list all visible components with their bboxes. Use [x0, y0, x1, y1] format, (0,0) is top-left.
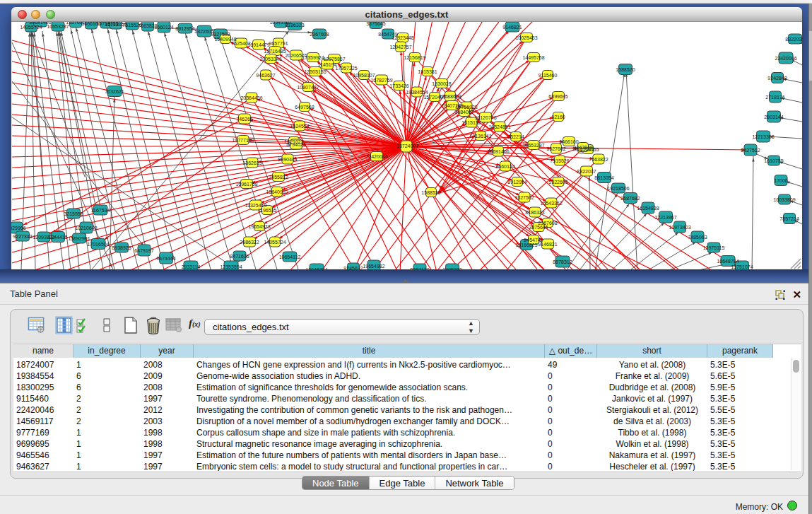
svg-text:12975115: 12975115 — [703, 245, 725, 250]
svg-text:8912954: 8912954 — [507, 180, 526, 185]
svg-text:17016504: 17016504 — [87, 242, 109, 247]
svg-text:14055724: 14055724 — [20, 25, 42, 30]
svg-text:1244415: 1244415 — [48, 235, 67, 240]
svg-text:5322605: 5322605 — [548, 180, 567, 185]
svg-text:6899695: 6899695 — [548, 94, 567, 99]
svg-text:13120746: 13120746 — [474, 115, 496, 120]
svg-text:16961758: 16961758 — [235, 182, 257, 187]
svg-text:7955812: 7955812 — [269, 175, 288, 180]
svg-text:16648784: 16648784 — [717, 259, 739, 264]
svg-text:20691406: 20691406 — [487, 149, 509, 154]
svg-text:8990444: 8990444 — [278, 157, 297, 162]
svg-text:3215958: 3215958 — [64, 211, 83, 216]
svg-text:23420046: 23420046 — [775, 56, 796, 61]
svg-text:10025433: 10025433 — [515, 35, 537, 40]
svg-text:12213303: 12213303 — [752, 134, 774, 139]
svg-text:1527602: 1527602 — [546, 146, 565, 151]
svg-text:9146821: 9146821 — [538, 242, 557, 247]
svg-text:9327502: 9327502 — [514, 195, 534, 200]
svg-text:19218506: 19218506 — [607, 186, 629, 191]
svg-text:1830028: 1830028 — [432, 81, 451, 86]
svg-text:12353594: 12353594 — [220, 264, 242, 269]
svg-text:10653287: 10653287 — [522, 143, 544, 148]
svg-text:18724007: 18724007 — [396, 144, 418, 148]
svg-text:8186323: 8186323 — [525, 210, 544, 215]
svg-text:9146821: 9146821 — [502, 25, 522, 30]
svg-text:14055724: 14055724 — [264, 240, 286, 245]
svg-text:13716485: 13716485 — [264, 49, 286, 54]
svg-text:12942757: 12942757 — [389, 45, 411, 49]
svg-text:9684067: 9684067 — [454, 110, 473, 115]
svg-text:1588520: 1588520 — [421, 190, 440, 195]
svg-text:19654982: 19654982 — [363, 264, 384, 269]
svg-text:8322037: 8322037 — [577, 169, 596, 174]
svg-text:9657791: 9657791 — [269, 41, 288, 46]
svg-text:7857224: 7857224 — [779, 216, 799, 221]
svg-text:12975867: 12975867 — [323, 57, 345, 62]
svg-text:17006: 17006 — [774, 178, 788, 183]
svg-text:1145194: 1145194 — [318, 62, 337, 67]
svg-text:10688609: 10688609 — [439, 94, 461, 99]
svg-text:2986322: 2986322 — [240, 240, 259, 245]
svg-text:6794024: 6794024 — [286, 142, 305, 147]
svg-text:1624554: 1624554 — [290, 124, 309, 129]
svg-text:19756928: 19756928 — [455, 105, 477, 110]
svg-text:10958107: 10958107 — [353, 73, 375, 78]
svg-text:16543362: 16543362 — [540, 201, 562, 206]
svg-text:20053346: 20053346 — [259, 57, 281, 62]
svg-text:19524851: 19524851 — [488, 124, 510, 129]
svg-text:18640910: 18640910 — [266, 189, 288, 194]
svg-text:8471636: 8471636 — [230, 254, 249, 259]
svg-text:9227343: 9227343 — [13, 234, 32, 239]
svg-text:7663822: 7663822 — [589, 157, 608, 162]
svg-text:9242848: 9242848 — [767, 76, 787, 81]
svg-text:19166825: 19166825 — [515, 243, 537, 247]
svg-text:15751074: 15751074 — [731, 264, 753, 269]
svg-text:2687682: 2687682 — [620, 196, 640, 201]
svg-text:12505135: 12505135 — [304, 69, 326, 74]
svg-text:8813054: 8813054 — [594, 175, 613, 180]
svg-text:6497568: 6497568 — [295, 105, 314, 110]
svg-text:252214: 252214 — [507, 134, 524, 139]
svg-text:19777169: 19777169 — [232, 138, 254, 143]
svg-text:8322037: 8322037 — [785, 37, 802, 42]
svg-text:8427512: 8427512 — [741, 148, 760, 153]
svg-text:12923448: 12923448 — [392, 35, 413, 40]
svg-text:9474444: 9474444 — [156, 256, 175, 261]
svg-text:17359924: 17359924 — [302, 55, 324, 60]
svg-text:23420046: 23420046 — [365, 154, 387, 159]
svg-text:1362615: 1362615 — [242, 160, 261, 165]
svg-text:16154838: 16154838 — [637, 206, 659, 211]
svg-text:1196535: 1196535 — [258, 208, 277, 213]
svg-text:12156819: 12156819 — [404, 55, 425, 60]
svg-text:1915381: 1915381 — [418, 69, 437, 74]
svg-text:19384554: 19384554 — [406, 90, 428, 95]
svg-text:9327502: 9327502 — [211, 32, 230, 37]
svg-text:16914479: 16914479 — [247, 42, 269, 47]
svg-text:8660124: 8660124 — [495, 164, 514, 169]
svg-text:10653287: 10653287 — [47, 24, 69, 29]
svg-text:7032621: 7032621 — [105, 89, 124, 94]
svg-text:9115460: 9115460 — [539, 73, 558, 78]
svg-text:1610755: 1610755 — [764, 158, 783, 163]
svg-text:16782759: 16782759 — [370, 78, 392, 83]
svg-text:746266: 746266 — [236, 117, 252, 122]
svg-text:15692991: 15692991 — [68, 236, 90, 241]
svg-text:1733426: 1733426 — [389, 83, 408, 88]
svg-text:6466160: 6466160 — [559, 139, 578, 144]
svg-text:10210643: 10210643 — [75, 226, 97, 230]
svg-text:14495758: 14495758 — [522, 55, 544, 60]
svg-text:16033809: 16033809 — [773, 197, 795, 202]
svg-text:3875645: 3875645 — [366, 22, 385, 26]
svg-text:2367608: 2367608 — [310, 32, 329, 37]
svg-text:20364436: 20364436 — [240, 95, 262, 100]
svg-text:8938923: 8938923 — [112, 245, 131, 250]
svg-text:1588520: 1588520 — [616, 67, 635, 72]
svg-text:62160: 62160 — [551, 115, 565, 119]
svg-text:3875645: 3875645 — [529, 225, 548, 230]
svg-text:12213967: 12213967 — [654, 215, 676, 220]
svg-text:9242848: 9242848 — [573, 145, 592, 150]
svg-text:8186323: 8186323 — [285, 23, 304, 28]
svg-text:1615132: 1615132 — [461, 120, 481, 125]
svg-text:2803144: 2803144 — [764, 115, 783, 119]
